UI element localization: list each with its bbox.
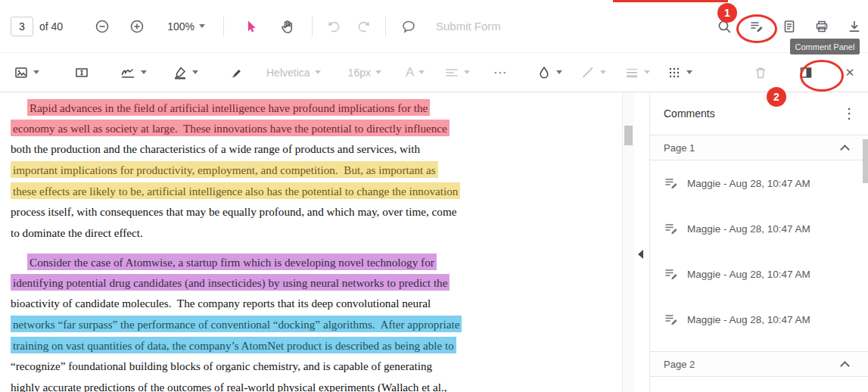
highlight-tool-button[interactable] bbox=[173, 65, 198, 80]
fill-color-button[interactable] bbox=[537, 65, 562, 80]
edit-note-icon bbox=[664, 266, 679, 282]
submit-form-button[interactable]: Submit Form bbox=[436, 20, 501, 33]
chevron-up-icon bbox=[840, 145, 850, 154]
highlighted-text[interactable]: these effects are likely to be, artifici… bbox=[11, 182, 460, 199]
document-scrollbar[interactable] bbox=[622, 92, 634, 392]
font-color-button[interactable]: A bbox=[406, 66, 425, 79]
zoom-in-button[interactable] bbox=[125, 14, 149, 39]
opacity-button[interactable] bbox=[667, 65, 692, 80]
highlighted-text[interactable]: economy as well as society at large. The… bbox=[11, 120, 450, 136]
chevron-down-icon bbox=[686, 70, 692, 74]
document-text-line: process itself, with consequences that m… bbox=[11, 201, 622, 222]
comments-panel-header: Comments ⋮ bbox=[650, 92, 868, 135]
comments-section-header[interactable]: Page 2 bbox=[650, 351, 868, 377]
more-options-icon: ⋯ bbox=[493, 64, 508, 81]
chevron-down-icon bbox=[644, 70, 650, 74]
comment-item-label: Maggie - Aug 28, 10:47 AM bbox=[687, 223, 810, 235]
line-thickness-button[interactable] bbox=[624, 65, 650, 80]
page-number-input[interactable]: 3 bbox=[11, 17, 33, 36]
zoom-out-icon bbox=[94, 18, 110, 35]
document-text-line: economy as well as society at large. The… bbox=[11, 118, 622, 139]
print-button[interactable] bbox=[810, 14, 834, 39]
font-family-select[interactable]: Helvetica bbox=[266, 67, 321, 79]
document-text-line: bioactivity of candidate molecules. The … bbox=[11, 293, 622, 314]
comment-item[interactable]: Maggie - Aug 28, 10:47 AM bbox=[650, 160, 868, 206]
redo-icon bbox=[356, 19, 372, 34]
pdf-viewer-app: 3 of 40 100% bbox=[0, 0, 868, 392]
highlighted-text[interactable]: training on vast quantities of data, the… bbox=[11, 337, 456, 353]
page-panel-button[interactable] bbox=[777, 14, 801, 39]
highlighted-text[interactable]: Rapid advances in the field of artificia… bbox=[27, 99, 430, 116]
scrollbar-thumb[interactable] bbox=[624, 126, 633, 145]
document-text-line: training on vast quantities of data, the… bbox=[11, 335, 622, 356]
text-align-button[interactable] bbox=[444, 65, 470, 80]
align-left-icon bbox=[444, 65, 459, 80]
comments-panel-title: Comments bbox=[664, 107, 715, 120]
document-text-line: networks “far surpass” the performance o… bbox=[11, 314, 622, 335]
document-text-line: both the production and the characterist… bbox=[11, 138, 622, 160]
comments-panel: Comments ⋮ Page 1 Maggie - Aug 28, 10:47… bbox=[649, 92, 868, 392]
kebab-menu-icon[interactable]: ⋮ bbox=[841, 105, 857, 122]
stroke-color-button[interactable] bbox=[580, 65, 606, 80]
signature-tool-button[interactable] bbox=[120, 65, 147, 80]
edit-note-icon bbox=[664, 176, 679, 191]
scrollbar-thumb[interactable] bbox=[863, 139, 868, 183]
zoom-level-select[interactable]: 100% bbox=[167, 20, 205, 33]
trash-icon bbox=[753, 65, 768, 80]
text-box-icon bbox=[74, 65, 89, 80]
document-text-line: to dominate the direct effect. bbox=[11, 222, 622, 244]
chevron-down-icon bbox=[315, 70, 321, 74]
callout-step-2-badge: 2 bbox=[767, 87, 786, 107]
document-text-line: “recognize” foundational building blocks… bbox=[11, 356, 622, 377]
edit-note-icon bbox=[664, 312, 679, 327]
image-tool-button[interactable] bbox=[14, 65, 39, 80]
close-icon: ✕ bbox=[845, 67, 855, 78]
highlighted-text[interactable]: Consider the case of Atomwise, a startup… bbox=[27, 254, 437, 270]
highlighted-text[interactable]: important implications for productivity,… bbox=[11, 161, 438, 178]
stroke-line-icon bbox=[580, 65, 596, 80]
chevron-down-icon bbox=[418, 70, 425, 74]
document-text-line: important implications for productivity,… bbox=[11, 160, 622, 181]
highlighted-text[interactable]: networks “far surpass” the performance o… bbox=[11, 316, 462, 332]
annotation-red-line bbox=[613, 0, 728, 2]
fill-droplet-icon bbox=[537, 65, 552, 80]
font-color-icon: A bbox=[406, 66, 414, 79]
free-text-tool-button[interactable] bbox=[70, 61, 94, 85]
cursor-arrow-icon bbox=[244, 19, 259, 34]
comments-sections: Page 1 Maggie - Aug 28, 10:47 AM Maggie … bbox=[650, 135, 868, 377]
comment-item[interactable]: Maggie - Aug 28, 10:47 AM bbox=[650, 297, 868, 342]
comment-item-label: Maggie - Aug 28, 10:47 AM bbox=[687, 178, 810, 189]
delete-button[interactable] bbox=[748, 61, 773, 85]
comment-panel-tooltip: Comment Panel bbox=[790, 39, 860, 54]
comment-item[interactable]: Maggie - Aug 28, 10:47 AM bbox=[650, 206, 868, 251]
zoom-level-value: 100% bbox=[167, 20, 194, 33]
select-tool-button[interactable] bbox=[239, 14, 263, 39]
panel-collapse-arrow-icon[interactable] bbox=[638, 250, 643, 259]
comments-scrollbar[interactable] bbox=[863, 139, 868, 366]
callout-step-1-badge: 1 bbox=[717, 3, 737, 23]
redo-button[interactable] bbox=[352, 14, 376, 39]
download-button[interactable] bbox=[842, 14, 866, 39]
content-area: Rapid advances in the field of artificia… bbox=[0, 92, 868, 392]
pan-tool-button[interactable] bbox=[275, 14, 300, 39]
comment-item-label: Maggie - Aug 28, 10:47 AM bbox=[687, 314, 810, 325]
font-size-select[interactable]: 16px bbox=[348, 67, 381, 79]
comment-item[interactable]: Maggie - Aug 28, 10:47 AM bbox=[650, 251, 868, 297]
chevron-down-icon bbox=[600, 70, 606, 74]
comment-tool-button[interactable] bbox=[397, 14, 421, 39]
format-toolbar: Helvetica 16px A ⋯ bbox=[0, 53, 868, 92]
download-icon bbox=[847, 19, 862, 34]
chevron-down-icon bbox=[375, 70, 381, 74]
zoom-out-button[interactable] bbox=[90, 14, 114, 39]
chevron-down-icon bbox=[33, 70, 39, 74]
chevron-down-icon bbox=[556, 70, 562, 74]
highlighted-text[interactable]: identifying potential drug candidates (a… bbox=[11, 274, 450, 291]
document-text-line: highly accurate predictions of the outco… bbox=[11, 377, 622, 392]
comments-section-header[interactable]: Page 1 bbox=[650, 135, 868, 160]
document-lines-icon bbox=[782, 19, 797, 34]
image-icon bbox=[14, 65, 29, 80]
signature-icon bbox=[120, 65, 136, 80]
freehand-tool-button[interactable] bbox=[224, 61, 248, 85]
more-options-button[interactable]: ⋯ bbox=[488, 61, 512, 85]
undo-button[interactable] bbox=[322, 14, 346, 39]
